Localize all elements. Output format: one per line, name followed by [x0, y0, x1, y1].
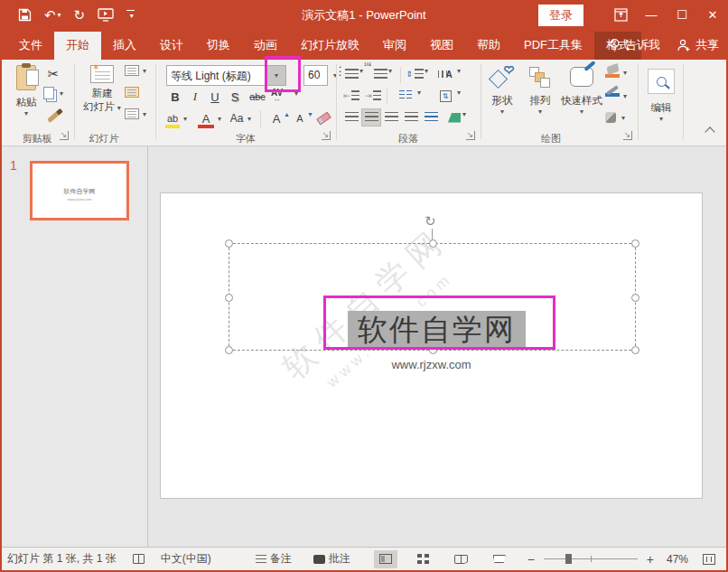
clipboard-dialog-launcher[interactable]: ↘: [60, 131, 69, 140]
slide-subtitle-text[interactable]: www.rjzxw.com: [161, 358, 702, 371]
resize-handle-bottom-left[interactable]: [225, 346, 233, 354]
columns-button[interactable]: [396, 87, 415, 105]
decrease-font-button[interactable]: A▼: [291, 109, 313, 127]
reading-view-button[interactable]: [450, 550, 473, 568]
undo-button[interactable]: ↶ ▾: [44, 7, 61, 23]
font-size-input[interactable]: 60: [303, 65, 328, 86]
tell-me-button[interactable]: 告诉我: [609, 37, 660, 53]
columns-dropdown[interactable]: ▾: [417, 89, 421, 97]
numbering-button[interactable]: [370, 65, 390, 83]
paragraph-dialog-launcher[interactable]: ↘: [466, 131, 475, 140]
minimize-button[interactable]: —: [636, 0, 667, 30]
text-shadow-button[interactable]: S: [226, 88, 244, 106]
align-right-button[interactable]: [381, 108, 401, 127]
resize-handle-mid-right[interactable]: [631, 294, 639, 302]
align-center-button[interactable]: [361, 108, 381, 127]
numbering-dropdown[interactable]: ▾: [388, 67, 392, 75]
shape-outline-dropdown[interactable]: ▾: [623, 92, 627, 100]
clear-formatting-button[interactable]: [314, 111, 332, 126]
notes-button[interactable]: 备注: [256, 551, 292, 567]
shape-fill-dropdown[interactable]: ▾: [623, 69, 627, 77]
tab-file[interactable]: 文件: [7, 32, 54, 60]
change-case-button[interactable]: Aa ▾: [228, 109, 251, 127]
line-spacing-dropdown[interactable]: ▾: [425, 67, 428, 75]
underline-button[interactable]: U: [206, 88, 224, 106]
font-color-button[interactable]: A ▾: [197, 109, 221, 127]
align-text-button[interactable]: ⇅: [435, 87, 455, 105]
cut-button[interactable]: ✂: [43, 65, 63, 83]
smartart-dropdown[interactable]: ▾: [462, 110, 466, 118]
resize-handle-top-right[interactable]: [631, 239, 639, 248]
rotate-handle-icon[interactable]: ↻: [425, 213, 436, 230]
normal-view-button[interactable]: [374, 550, 397, 568]
font-name-input[interactable]: 等线 Light (标题): [166, 65, 267, 86]
tab-review[interactable]: 审阅: [371, 32, 418, 60]
format-painter-button[interactable]: [43, 108, 63, 125]
distribute-button[interactable]: [421, 108, 441, 127]
tab-design[interactable]: 设计: [148, 32, 195, 60]
maximize-button[interactable]: ☐: [667, 0, 697, 30]
line-spacing-button[interactable]: ⇕: [405, 65, 425, 83]
tab-transitions[interactable]: 切换: [195, 32, 242, 60]
share-button[interactable]: 共享: [677, 37, 719, 53]
zoom-out-button[interactable]: −: [527, 552, 535, 567]
smartart-convert-button[interactable]: [444, 108, 464, 127]
quick-styles-button[interactable]: 快速样式 ▾: [558, 67, 605, 116]
comments-button[interactable]: 批注: [313, 551, 350, 567]
reset-slide-button[interactable]: [125, 87, 139, 98]
redo-button[interactable]: ↻: [74, 7, 86, 23]
spellcheck-icon[interactable]: [133, 554, 145, 564]
shape-effects-button[interactable]: ▾: [605, 112, 625, 123]
slide-thumbnail-panel[interactable]: 1 软件自学网 www.rjzxw.com: [0, 146, 148, 547]
align-left-button[interactable]: [341, 108, 361, 127]
slide-thumbnail[interactable]: 软件自学网 www.rjzxw.com: [30, 161, 129, 220]
zoom-slider-thumb[interactable]: [565, 554, 572, 564]
resize-handle-top-left[interactable]: [225, 239, 233, 248]
zoom-in-button[interactable]: +: [647, 552, 654, 567]
section-button[interactable]: ▾: [125, 108, 146, 119]
tab-pdf-tools[interactable]: PDF工具集: [512, 32, 594, 60]
justify-button[interactable]: [401, 108, 421, 127]
align-text-dropdown[interactable]: ▾: [457, 89, 461, 97]
undo-dropdown-icon[interactable]: ▾: [58, 11, 61, 19]
resize-handle-bottom-right[interactable]: [631, 346, 639, 354]
layout-button[interactable]: ▾: [125, 65, 146, 76]
italic-button[interactable]: I: [186, 88, 204, 106]
zoom-slider[interactable]: [544, 558, 638, 559]
font-dialog-launcher[interactable]: ↘: [322, 131, 331, 140]
fit-to-window-button[interactable]: [697, 550, 721, 568]
tab-slideshow[interactable]: 幻灯片放映: [289, 32, 371, 60]
shape-outline-button[interactable]: [605, 89, 620, 97]
shape-fill-button[interactable]: [605, 65, 620, 78]
text-highlight-button[interactable]: ab ▾: [164, 109, 187, 127]
close-button[interactable]: ✕: [697, 0, 728, 30]
zoom-level[interactable]: 47%: [663, 553, 688, 566]
paste-button[interactable]: 粘贴 ▾: [7, 65, 45, 117]
text-direction-button[interactable]: A: [435, 65, 455, 83]
tab-home[interactable]: 开始: [54, 32, 101, 60]
tab-help[interactable]: 帮助: [465, 32, 512, 60]
slide-sorter-view-button[interactable]: [412, 550, 435, 568]
resize-handle-mid-left[interactable]: [225, 294, 233, 302]
new-slide-button[interactable]: 新建 幻灯片 ▾: [79, 65, 125, 114]
language-indicator[interactable]: 中文(中国): [161, 551, 211, 567]
decrease-indent-button[interactable]: ⇤: [341, 87, 361, 105]
tab-view[interactable]: 视图: [418, 32, 465, 60]
shapes-button[interactable]: 形状 ▾: [484, 67, 520, 116]
editing-button[interactable]: 编辑 ▾: [643, 69, 679, 123]
increase-font-button[interactable]: A▲: [267, 109, 290, 127]
arrange-button[interactable]: 排列 ▾: [522, 67, 558, 116]
bullets-button[interactable]: [341, 65, 361, 83]
resize-handle-top-center[interactable]: [429, 239, 437, 248]
start-slideshow-button[interactable]: [98, 8, 114, 22]
collapse-ribbon-button[interactable]: [706, 128, 714, 136]
bullets-dropdown[interactable]: ▾: [359, 67, 363, 75]
slide[interactable]: 软件自学网 www.rjzxw.com ↻ 软件自学网: [160, 192, 703, 499]
ribbon-display-options-button[interactable]: [605, 0, 636, 30]
save-icon[interactable]: [18, 8, 32, 22]
paste-dropdown-icon[interactable]: ▾: [24, 109, 28, 117]
customize-qat-button[interactable]: ▾: [126, 10, 135, 21]
text-direction-dropdown[interactable]: ▾: [457, 67, 461, 75]
bold-button[interactable]: B: [166, 88, 184, 106]
copy-button[interactable]: ▾: [43, 87, 63, 99]
